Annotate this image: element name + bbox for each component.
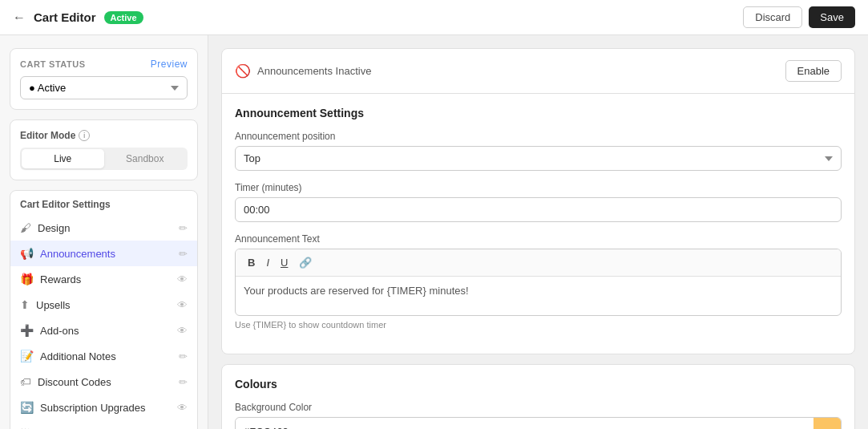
editor-toolbar: B I U 🔗 [236, 249, 841, 277]
notes-action-icon: ✏ [179, 350, 188, 362]
design-icon: 🖌 [20, 221, 31, 234]
announcement-settings: Announcement Settings Announcement posit… [222, 94, 854, 354]
colours-heading: Colours [235, 378, 842, 391]
announcements-icon: 📢 [20, 247, 34, 260]
background-color-input-row [235, 417, 842, 429]
timer-label: Timer (minutes) [235, 182, 842, 193]
upsells-icon: ⬆ [20, 298, 30, 311]
subscription-icon: 🔄 [20, 401, 34, 414]
sidebar-item-label: Subscription Upgrades [40, 402, 146, 414]
sidebar-item-additional-notes[interactable]: 📝 Additional Notes ✏ [10, 343, 197, 369]
link-button[interactable]: 🔗 [295, 254, 316, 271]
rewards-action-icon: 👁 [177, 273, 188, 285]
sidebar-item-addons[interactable]: ➕ Add-ons 👁 [10, 318, 197, 343]
header-actions: Discard Save [743, 6, 855, 28]
editor-hint: Use {TIMER} to show countdown timer [235, 320, 842, 330]
inactive-icon: 🚫 [235, 63, 251, 79]
main-content: 🚫 Announcements Inactive Enable Announce… [208, 35, 868, 429]
header: ← Cart Editor Active Discard Save [0, 0, 868, 35]
discard-button[interactable]: Discard [743, 6, 802, 28]
mode-toggle: Live Sandbox [20, 148, 188, 170]
cart-status-section: Cart Status Preview ● Active Inactive [10, 48, 198, 110]
position-field: Announcement position Top Bottom [235, 131, 842, 171]
header-left: ← Cart Editor Active [13, 10, 143, 25]
addons-icon: ➕ [20, 324, 34, 337]
background-color-field: Background Color [235, 402, 842, 429]
discount-action-icon: ✏ [179, 376, 188, 388]
nav-section-title: Cart Editor Settings [10, 191, 197, 215]
upsells-action-icon: 👁 [177, 299, 188, 311]
sidebar-item-discount-codes[interactable]: 🏷 Discount Codes ✏ [10, 369, 197, 395]
subscription-action-icon: 👁 [177, 402, 188, 414]
text-field: Announcement Text B I U 🔗 Your products … [235, 233, 842, 330]
info-icon[interactable]: i [79, 130, 90, 141]
timer-input[interactable] [235, 197, 842, 222]
sidebar-item-label: Discount Codes [38, 376, 111, 388]
settings-heading: Announcement Settings [235, 107, 842, 119]
back-button[interactable]: ← [13, 10, 26, 25]
colours-section: Colours Background Color Border Color [222, 365, 854, 429]
sidebar-item-design[interactable]: 🖌 Design ✏ [10, 215, 197, 241]
position-select[interactable]: Top Bottom [235, 146, 842, 171]
underline-button[interactable]: U [277, 254, 292, 271]
background-color-swatch[interactable] [813, 418, 841, 429]
announcements-status-bar: 🚫 Announcements Inactive Enable [222, 49, 854, 94]
bold-button[interactable]: B [244, 254, 259, 271]
sidebar-item-label: Upsells [36, 299, 71, 311]
live-mode-button[interactable]: Live [22, 149, 104, 168]
sidebar-item-label: Rewards [40, 273, 81, 285]
colours-card: Colours Background Color Border Color [221, 364, 855, 429]
page-title: Cart Editor [34, 10, 96, 24]
enable-button[interactable]: Enable [785, 60, 842, 82]
sidebar-item-upsells[interactable]: ⬆ Upsells 👁 [10, 292, 197, 318]
active-badge: Active [104, 11, 143, 24]
cart-status-title: Cart Status Preview [20, 59, 188, 70]
announcements-card: 🚫 Announcements Inactive Enable Announce… [221, 48, 855, 354]
announcements-action-icon: ✏ [179, 248, 188, 260]
sidebar-item-subscription-upgrades[interactable]: 🔄 Subscription Upgrades 👁 [10, 395, 197, 420]
cart-status-select[interactable]: ● Active Inactive [20, 76, 188, 99]
sidebar-item-label: Announcements [40, 248, 115, 260]
addons-action-icon: 👁 [177, 325, 188, 337]
timer-field: Timer (minutes) [235, 182, 842, 222]
sidebar-item-label: Design [38, 222, 70, 234]
sidebar-item-label: Add-ons [40, 325, 79, 337]
preview-link[interactable]: Preview [151, 59, 188, 70]
background-color-label: Background Color [235, 402, 842, 413]
rewards-icon: 🎁 [20, 273, 34, 285]
editor-body[interactable]: Your products are reserved for {TIMER} m… [236, 277, 841, 315]
rich-text-editor: B I U 🔗 Your products are reserved for {… [235, 249, 842, 316]
sidebar-item-trust-badges[interactable]: 🛡 Trust Badges ✏ [10, 420, 197, 429]
sandbox-mode-button[interactable]: Sandbox [104, 149, 187, 168]
sidebar-item-announcements[interactable]: 📢 Announcements ✏ [10, 241, 197, 266]
background-color-text[interactable] [236, 420, 813, 430]
text-label: Announcement Text [235, 233, 842, 245]
sidebar-item-label: Additional Notes [40, 350, 116, 362]
editor-mode-label: Editor Mode [20, 130, 75, 141]
italic-button[interactable]: I [262, 254, 273, 271]
nav-section: Cart Editor Settings 🖌 Design ✏ 📢 Announ… [10, 190, 198, 429]
editor-mode-title: Editor Mode i [20, 130, 188, 141]
design-action-icon: ✏ [179, 222, 188, 234]
position-label: Announcement position [235, 131, 842, 142]
discount-icon: 🏷 [20, 375, 31, 388]
main-layout: Cart Status Preview ● Active Inactive Ed… [0, 35, 868, 429]
sidebar: Cart Status Preview ● Active Inactive Ed… [0, 35, 208, 429]
save-button[interactable]: Save [809, 6, 855, 28]
announcements-status-text: Announcements Inactive [257, 65, 371, 77]
sidebar-item-rewards[interactable]: 🎁 Rewards 👁 [10, 266, 197, 292]
cart-status-label: Cart Status [20, 59, 85, 69]
notes-icon: 📝 [20, 350, 34, 362]
editor-mode-section: Editor Mode i Live Sandbox [10, 119, 198, 180]
